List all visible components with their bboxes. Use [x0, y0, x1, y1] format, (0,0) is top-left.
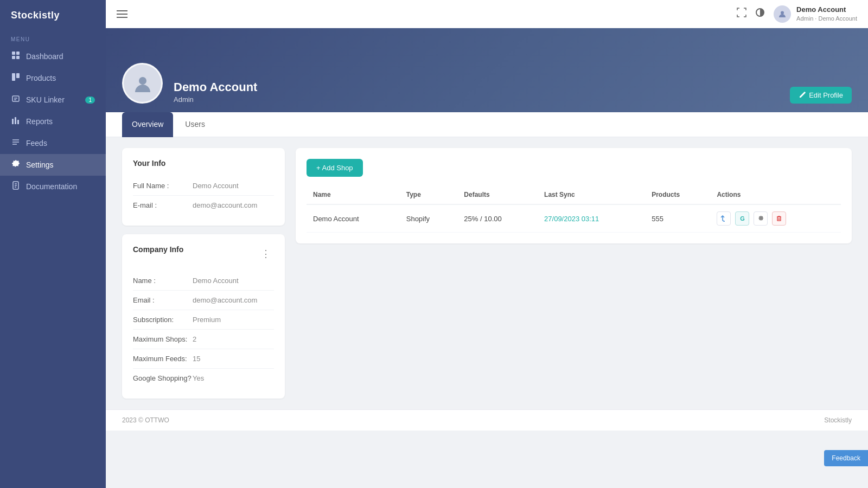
company-field-value: Premium — [193, 316, 221, 324]
documentation-icon — [11, 181, 21, 192]
shop-actions: G — [710, 204, 841, 233]
sidebar-item-products-label: Products — [26, 74, 56, 82]
table-row: Demo Account Shopify 25% / 10.00 27/09/2… — [307, 204, 841, 233]
company-info-menu-button[interactable]: ⋮ — [258, 247, 274, 261]
feedback-button[interactable]: Feedback — [824, 450, 868, 466]
sidebar-item-feeds-label: Feeds — [26, 139, 47, 147]
edit-profile-button[interactable]: Edit Profile — [790, 87, 852, 104]
svg-rect-4 — [12, 73, 15, 81]
full-name-row: Full Name : Demo Account — [133, 176, 274, 196]
shop-name: Demo Account — [307, 204, 400, 233]
company-field-value: 2 — [193, 335, 196, 343]
sidebar: Stockistly MENU Dashboard Products SKU L… — [0, 0, 106, 488]
main-area: Demo Account Admin · Demo Account Demo A… — [106, 0, 868, 488]
shop-defaults: 25% / 10.00 — [457, 204, 538, 233]
profile-info: Demo Account Admin — [174, 80, 257, 104]
hamburger-menu[interactable] — [117, 10, 127, 18]
shops-table-col-header: Name — [307, 185, 400, 204]
sidebar-item-feeds[interactable]: Feeds — [0, 132, 106, 154]
svg-rect-11 — [17, 120, 19, 124]
content-area: Demo Account Admin Edit Profile Overview… — [106, 28, 868, 488]
shop-last-sync: 27/09/2023 03:11 — [538, 204, 645, 233]
profile-avatar — [122, 63, 163, 104]
last-sync-link[interactable]: 27/09/2023 03:11 — [544, 215, 599, 223]
company-field-label: Subscription: — [133, 316, 193, 324]
company-info-row: Email : demo@account.com — [133, 291, 274, 310]
company-field-value: Demo Account — [193, 277, 239, 285]
full-name-value: Demo Account — [193, 182, 239, 190]
profile-header: Demo Account Admin Edit Profile — [106, 28, 868, 112]
shop-type: Shopify — [400, 204, 458, 233]
products-icon — [11, 73, 21, 84]
shops-table-header: NameTypeDefaultsLast SyncProductsActions — [307, 185, 841, 204]
action-icons: G — [717, 211, 834, 226]
svg-rect-0 — [12, 52, 15, 55]
svg-rect-1 — [16, 52, 20, 55]
company-info-row: Name : Demo Account — [133, 271, 274, 291]
profile-name: Demo Account — [174, 80, 257, 94]
sku-linker-icon — [11, 94, 21, 105]
app-logo: Stockistly — [0, 0, 106, 31]
sync-icon-btn[interactable] — [717, 211, 731, 226]
add-shop-label: + Add Shop — [316, 164, 353, 172]
shops-card: + Add Shop NameTypeDefaultsLast SyncProd… — [296, 148, 852, 243]
shop-products: 555 — [645, 204, 710, 233]
sidebar-item-documentation[interactable]: Documentation — [0, 176, 106, 197]
sidebar-item-dashboard[interactable]: Dashboard — [0, 46, 106, 67]
sidebar-item-sku-linker[interactable]: SKU Linker 1 — [0, 89, 106, 111]
footer: 2023 © OTTWO Stockistly — [106, 409, 868, 431]
fullscreen-icon[interactable] — [737, 8, 746, 20]
sidebar-item-sku-linker-label: SKU Linker — [26, 95, 65, 104]
company-field-label: Google Shopping? — [133, 374, 193, 382]
topbar: Demo Account Admin · Demo Account — [106, 0, 868, 28]
topbar-left — [117, 10, 127, 18]
company-info-row: Maximum Shops: 2 — [133, 330, 274, 349]
footer-copyright: 2023 © OTTWO — [122, 416, 169, 424]
settings-icon — [11, 159, 21, 170]
company-info-card: Company Info ⋮ Name : Demo Account Email… — [122, 234, 285, 399]
settings-shop-icon-btn[interactable] — [754, 211, 768, 226]
svg-point-20 — [139, 77, 146, 85]
left-column: Your Info Full Name : Demo Account E-mai… — [122, 148, 285, 399]
delete-shop-icon-btn[interactable] — [772, 211, 786, 226]
company-field-value: 15 — [193, 355, 200, 363]
company-info-row: Subscription: Premium — [133, 310, 274, 330]
shops-table-col-header: Last Sync — [538, 185, 645, 204]
add-shop-button[interactable]: + Add Shop — [307, 159, 363, 177]
company-field-label: Maximum Shops: — [133, 335, 193, 343]
user-info: Demo Account Admin · Demo Account — [774, 5, 857, 23]
svg-rect-6 — [12, 96, 19, 101]
feeds-icon — [11, 138, 21, 149]
tab-overview[interactable]: Overview — [122, 112, 173, 137]
sidebar-item-settings[interactable]: Settings — [0, 154, 106, 176]
footer-brand: Stockistly — [824, 416, 852, 424]
svg-rect-2 — [12, 56, 15, 59]
company-field-label: Maximum Feeds: — [133, 355, 193, 363]
svg-rect-9 — [12, 119, 14, 124]
user-avatar-small — [774, 5, 791, 23]
tab-users[interactable]: Users — [175, 112, 215, 137]
sidebar-item-settings-label: Settings — [26, 160, 54, 169]
email-label: E-mail : — [133, 201, 193, 209]
company-field-value: Yes — [193, 374, 204, 382]
sidebar-item-reports-label: Reports — [26, 117, 53, 126]
company-field-value: demo@account.com — [193, 296, 257, 304]
sidebar-item-products[interactable]: Products — [0, 67, 106, 89]
svg-rect-3 — [16, 56, 20, 59]
profile-role: Admin — [174, 95, 257, 104]
shops-table-col-header: Actions — [710, 185, 841, 204]
user-text: Demo Account Admin · Demo Account — [796, 5, 857, 22]
company-info-title: Company Info — [133, 245, 183, 254]
sidebar-item-reports[interactable]: Reports — [0, 111, 106, 132]
topbar-user-name: Demo Account — [796, 5, 857, 15]
svg-point-19 — [781, 11, 784, 14]
google-icon-btn[interactable]: G — [735, 211, 749, 226]
edit-profile-label: Edit Profile — [809, 91, 843, 99]
shops-table-body: Demo Account Shopify 25% / 10.00 27/09/2… — [307, 204, 841, 233]
your-info-card: Your Info Full Name : Demo Account E-mai… — [122, 148, 285, 226]
sidebar-item-dashboard-label: Dashboard — [26, 52, 63, 61]
sku-linker-badge: 1 — [85, 97, 95, 104]
theme-toggle-icon[interactable] — [755, 8, 765, 20]
dashboard-icon — [11, 51, 21, 62]
reports-icon — [11, 116, 21, 127]
